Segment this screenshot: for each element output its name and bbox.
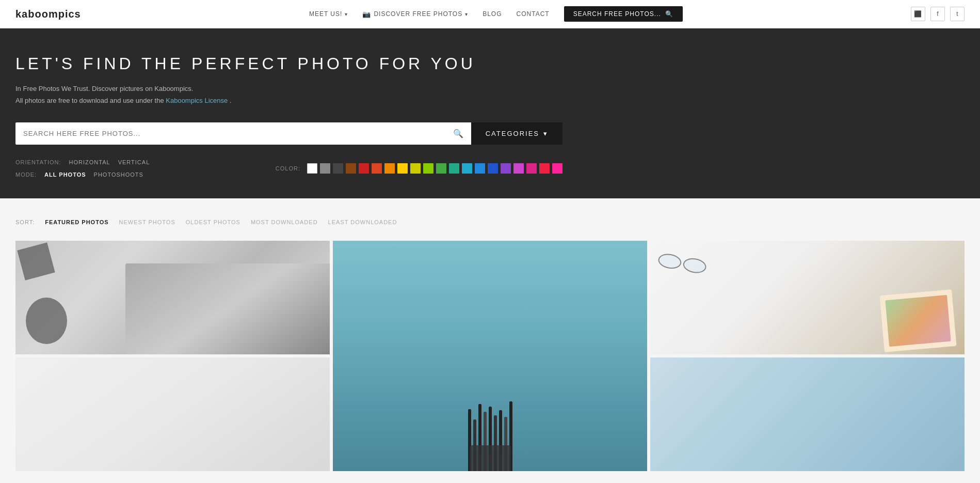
sort-featured[interactable]: FEATURED PHOTOS [45, 219, 108, 225]
sort-least-downloaded[interactable]: LEAST DOWNLOADED [328, 219, 397, 225]
color-label: COLOR: [276, 165, 300, 172]
color-swatch-purple[interactable] [501, 163, 511, 174]
photo-item-5[interactable] [650, 357, 965, 471]
color-swatch-white[interactable] [307, 163, 317, 174]
orientation-filter: ORIENTATION: HORIZONTAL VERTICAL [15, 159, 150, 165]
discover-link[interactable]: 📷 DISCOVER FREE PHOTOS ▾ [362, 10, 468, 18]
filter-left: ORIENTATION: HORIZONTAL VERTICAL MODE: A… [15, 159, 150, 178]
hero-subtitle-line2: All photos are free to download and use … [15, 95, 965, 106]
color-swatch-blue[interactable] [488, 163, 498, 174]
photo-grid [15, 241, 965, 471]
color-swatch-hot-pink[interactable] [552, 163, 563, 174]
search-input[interactable] [23, 122, 453, 145]
color-filters: COLOR: [276, 163, 563, 174]
header-search-button[interactable]: SEARCH FREE PHOTOS... 🔍 [564, 6, 683, 22]
blog-label: BLOG [483, 10, 502, 18]
categories-label: CATEGORIES [486, 130, 539, 137]
search-input-wrapper: 🔍 [15, 122, 471, 145]
blog-link[interactable]: BLOG [483, 10, 502, 18]
color-swatch-dark[interactable] [333, 163, 343, 174]
hero-title: LET'S FIND THE PERFECT PHOTO FOR YOU [15, 54, 965, 73]
color-swatch-orange[interactable] [384, 163, 395, 174]
contact-link[interactable]: CONTACT [517, 10, 550, 18]
hero-subtitle: In Free Photos We Trust. Discover pictur… [15, 83, 965, 107]
logo-regular: kaboom [15, 8, 58, 20]
camera-icon: 📷 [362, 10, 371, 18]
facebook-label: f [937, 10, 938, 18]
color-swatch-red[interactable] [359, 163, 369, 174]
social-icons: ⬛ f t [911, 7, 965, 21]
instagram-icon[interactable]: ⬛ [911, 7, 925, 21]
sort-most-downloaded[interactable]: MOST DOWNLOADED [251, 219, 318, 225]
contact-label: CONTACT [517, 10, 550, 18]
color-swatch-yellow[interactable] [397, 163, 408, 174]
hero-subtitle-line1: In Free Photos We Trust. Discover pictur… [15, 83, 965, 95]
orientation-vertical[interactable]: VERTICAL [118, 159, 150, 165]
categories-button[interactable]: CATEGORIES ▾ [471, 122, 563, 145]
meet-us-label: MEET US! [309, 10, 342, 18]
main-content: SORT: FEATURED PHOTOS NEWEST PHOTOS OLDE… [0, 198, 980, 483]
color-swatch-brown[interactable] [346, 163, 356, 174]
mode-photoshoots[interactable]: PHOTOSHOOTS [94, 172, 143, 178]
discover-label: DISCOVER FREE PHOTOS [374, 10, 462, 18]
color-swatch-light-blue[interactable] [475, 163, 485, 174]
photo-item-1[interactable] [15, 241, 330, 354]
mode-label: MODE: [15, 172, 37, 178]
hero-section: LET'S FIND THE PERFECT PHOTO FOR YOU In … [0, 28, 980, 198]
logo-bold: pics [58, 8, 81, 20]
photo-item-4[interactable] [15, 357, 330, 471]
search-container: 🔍 CATEGORIES ▾ [15, 122, 563, 145]
twitter-icon[interactable]: t [950, 7, 965, 21]
chevron-down-icon-3: ▾ [543, 130, 548, 137]
color-swatch-yellow-green[interactable] [410, 163, 421, 174]
search-icon: 🔍 [453, 129, 463, 138]
photo-item-3[interactable] [650, 241, 965, 354]
search-icon-button[interactable]: 🔍 [453, 129, 463, 138]
license-link[interactable]: Kaboompics License [166, 97, 230, 104]
header: kaboompics MEET US! ▾ 📷 DISCOVER FREE PH… [0, 0, 980, 28]
color-swatch-gray[interactable] [320, 163, 330, 174]
meet-us-link[interactable]: MEET US! ▾ [309, 10, 348, 18]
chevron-down-icon-2: ▾ [465, 11, 468, 17]
color-swatch-cyan[interactable] [462, 163, 472, 174]
color-swatch-orange-red[interactable] [372, 163, 382, 174]
orientation-label: ORIENTATION: [15, 159, 61, 165]
sort-label: SORT: [15, 219, 35, 225]
color-swatch-rose[interactable] [539, 163, 550, 174]
mode-all-photos[interactable]: ALL PHOTOS [44, 172, 86, 178]
header-search-icon: 🔍 [665, 10, 673, 18]
sort-bar: SORT: FEATURED PHOTOS NEWEST PHOTOS OLDE… [15, 219, 965, 225]
mode-filter: MODE: ALL PHOTOS PHOTOSHOOTS [15, 172, 150, 178]
chevron-down-icon: ▾ [345, 11, 348, 17]
color-swatch-lime[interactable] [423, 163, 433, 174]
color-swatch-teal[interactable] [449, 163, 459, 174]
color-swatch-violet[interactable] [513, 163, 524, 174]
orientation-horizontal[interactable]: HORIZONTAL [69, 159, 110, 165]
facebook-icon[interactable]: f [930, 7, 945, 21]
main-nav: MEET US! ▾ 📷 DISCOVER FREE PHOTOS ▾ BLOG… [309, 6, 683, 22]
photo-item-2[interactable] [333, 241, 647, 471]
site-logo[interactable]: kaboompics [15, 8, 81, 20]
photo-column-2 [333, 241, 647, 471]
filters-container: ORIENTATION: HORIZONTAL VERTICAL MODE: A… [15, 159, 563, 178]
header-search-label: SEARCH FREE PHOTOS... [573, 10, 661, 18]
sort-oldest[interactable]: OLDEST PHOTOS [186, 219, 240, 225]
color-swatch-pink[interactable] [526, 163, 537, 174]
color-swatch-green[interactable] [436, 163, 446, 174]
sort-newest[interactable]: NEWEST PHOTOS [119, 219, 175, 225]
twitter-label: t [956, 10, 958, 18]
